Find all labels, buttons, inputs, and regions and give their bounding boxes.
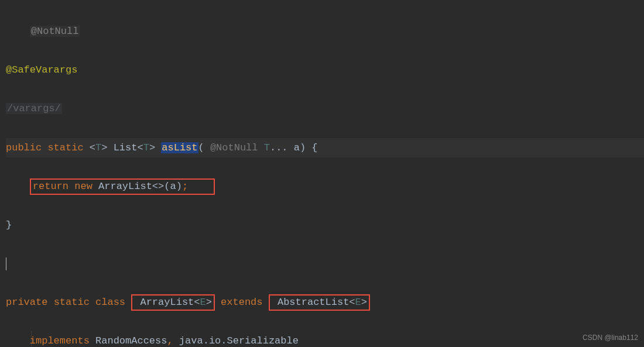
angle-close: >: [149, 142, 155, 153]
ctor-call: ArrayList<>(a): [93, 181, 182, 192]
code-line: }: [6, 215, 644, 235]
angle-close: >: [101, 142, 107, 153]
kw-return: return: [33, 181, 68, 192]
kw-class: class: [95, 297, 125, 308]
angle-open: <: [349, 297, 355, 308]
class-name: AbstractList: [272, 297, 350, 308]
annotation-safevarargs: @SafeVarargs: [6, 64, 77, 75]
method-aslist: asList: [161, 142, 198, 153]
code-line: private static class ArrayList<E> extend…: [6, 293, 644, 312]
text-cursor: [6, 257, 6, 270]
varargs: ...: [270, 142, 288, 153]
kw-new: new: [74, 181, 93, 192]
type-param: E: [200, 297, 206, 308]
highlight-box: ArrayList<E>: [131, 294, 215, 311]
type-list: List: [114, 142, 138, 153]
watermark-text: CSDN @linab112: [583, 331, 638, 345]
type-param: T: [143, 142, 149, 153]
angle-open: <: [137, 142, 143, 153]
kw-private: private: [6, 297, 47, 308]
hint-varargs: /varargs/: [6, 103, 62, 114]
type-param: T: [95, 142, 101, 153]
annotation-notnull: @NotNull: [30, 26, 80, 37]
param-annotation: @NotNull: [204, 142, 264, 153]
code-line: /varargs/: [6, 99, 644, 118]
angle-open: <: [90, 142, 95, 153]
angle-close: >: [206, 297, 212, 308]
kw-static: static: [47, 142, 83, 153]
kw-public: public: [6, 142, 42, 153]
code-line: @SafeVarargs: [6, 60, 644, 80]
angle-close: >: [361, 297, 367, 308]
param-name: a: [288, 142, 300, 153]
interface-name: RandomAccess: [90, 335, 167, 346]
code-line: public static <T> List<T> asList( @NotNu…: [6, 138, 644, 157]
angle-open: <: [194, 297, 200, 308]
code-editor[interactable]: @NotNull @SafeVarargs /varargs/ public s…: [0, 0, 644, 347]
type-param: T: [264, 142, 270, 153]
comma: ,: [167, 335, 173, 346]
code-line: return new ArrayList<>(a);: [6, 177, 644, 196]
highlight-box: return new ArrayList<>(a);: [30, 178, 215, 195]
kw-static: static: [54, 297, 90, 308]
highlight-box: AbstractList<E>: [269, 294, 370, 311]
lparen: (: [198, 142, 204, 153]
kw-implements: implements: [30, 335, 90, 346]
kw-extends: extends: [221, 297, 262, 308]
code-line: [6, 254, 644, 273]
type-param: E: [355, 297, 361, 308]
rparen-brace: ) {: [300, 142, 318, 153]
interface-name: java.io.Serializable: [173, 335, 299, 346]
semicolon: ;: [182, 181, 188, 192]
code-line: implements RandomAccess, java.io.Seriali…: [6, 331, 644, 347]
brace-close: }: [6, 219, 12, 231]
class-name: ArrayList: [134, 297, 194, 308]
code-line: @NotNull: [6, 22, 644, 41]
